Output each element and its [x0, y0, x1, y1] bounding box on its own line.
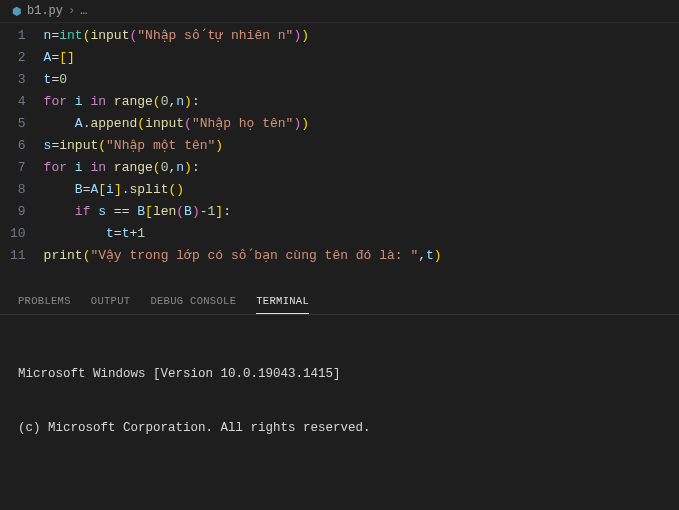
line-number: 5 [10, 113, 26, 135]
breadcrumb-sep: › [68, 4, 75, 18]
code-line[interactable]: B=A[i].split() [44, 179, 442, 201]
line-number: 2 [10, 47, 26, 69]
line-number: 3 [10, 69, 26, 91]
line-gutter: 1 2 3 4 5 6 7 8 9 10 11 [0, 25, 44, 267]
breadcrumb-file[interactable]: b1.py [27, 4, 63, 18]
code-line[interactable]: for i in range(0,n): [44, 91, 442, 113]
terminal-line: Microsoft Windows [Version 10.0.19043.14… [18, 365, 661, 383]
code-line[interactable]: t=t+1 [44, 223, 442, 245]
code-line[interactable]: A.append(input("Nhập họ tên")) [44, 113, 442, 135]
code-line[interactable]: A=[] [44, 47, 442, 69]
tab-terminal[interactable]: TERMINAL [256, 295, 309, 314]
line-number: 1 [10, 25, 26, 47]
code-editor[interactable]: 1 2 3 4 5 6 7 8 9 10 11 n=int(input("Nhậ… [0, 23, 679, 267]
line-number: 9 [10, 201, 26, 223]
breadcrumb-ellipsis[interactable]: … [80, 4, 87, 18]
code-content[interactable]: n=int(input("Nhập số tự nhiên n")) A=[] … [44, 25, 442, 267]
code-line[interactable]: for i in range(0,n): [44, 157, 442, 179]
line-number: 6 [10, 135, 26, 157]
line-number: 7 [10, 157, 26, 179]
code-line[interactable]: n=int(input("Nhập số tự nhiên n")) [44, 25, 442, 47]
python-file-icon: ⬢ [12, 5, 22, 18]
line-number: 4 [10, 91, 26, 113]
terminal-line [18, 473, 661, 491]
terminal-line: (c) Microsoft Corporation. All rights re… [18, 419, 661, 437]
code-line[interactable]: t=0 [44, 69, 442, 91]
line-number: 11 [10, 245, 26, 267]
code-line[interactable]: if s == B[len(B)-1]: [44, 201, 442, 223]
panel-tabs: PROBLEMS OUTPUT DEBUG CONSOLE TERMINAL [0, 287, 679, 315]
tab-problems[interactable]: PROBLEMS [18, 295, 71, 314]
line-number: 10 [10, 223, 26, 245]
code-line[interactable]: s=input("Nhập một tên") [44, 135, 442, 157]
line-number: 8 [10, 179, 26, 201]
breadcrumb: ⬢ b1.py › … [0, 0, 679, 23]
tab-output[interactable]: OUTPUT [91, 295, 131, 314]
code-line[interactable]: print("Vậy trong lớp có số bạn cùng tên … [44, 245, 442, 267]
tab-debug-console[interactable]: DEBUG CONSOLE [150, 295, 236, 314]
terminal[interactable]: Microsoft Windows [Version 10.0.19043.14… [0, 315, 679, 510]
